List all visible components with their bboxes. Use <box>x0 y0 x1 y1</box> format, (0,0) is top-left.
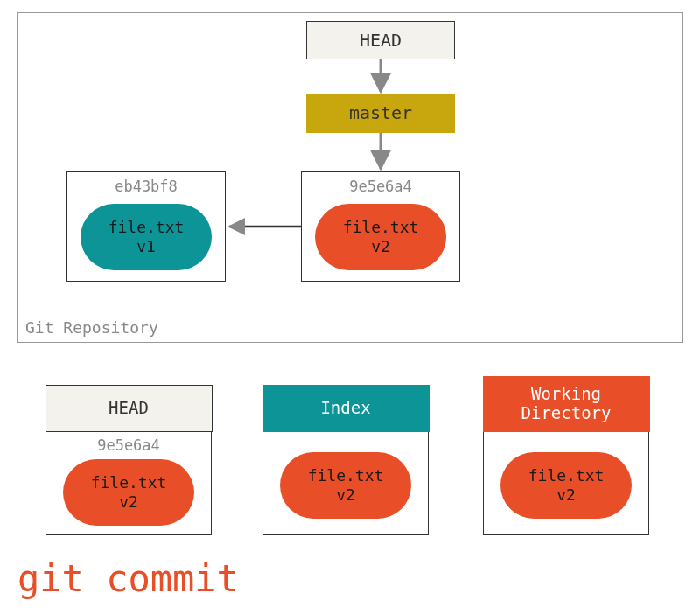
file-version: v2 <box>556 485 576 506</box>
file-version: v2 <box>119 492 138 513</box>
index-area-box: Index file.txt v2 <box>262 385 429 535</box>
git-command-label: git commit <box>18 557 239 600</box>
index-area-title: Index <box>262 385 430 432</box>
file-version: v2 <box>371 237 390 257</box>
wd-title-line1: Working <box>531 385 601 404</box>
git-repository-label: Git Repository <box>25 318 158 337</box>
file-name: file.txt <box>91 473 167 493</box>
file-name: file.txt <box>528 466 605 486</box>
index-area-title-text: Index <box>320 399 370 418</box>
head-ref-label: HEAD <box>360 30 402 51</box>
commit-box-9e5e6a4: 9e5e6a4 file.txt v2 <box>301 171 460 282</box>
file-pill: file.txt v2 <box>63 459 194 526</box>
file-pill: file.txt v2 <box>500 452 632 519</box>
file-pill: file.txt v2 <box>315 204 446 270</box>
head-area-title-text: HEAD <box>108 399 149 418</box>
file-name: file.txt <box>343 218 419 238</box>
wd-title-line2: Directory <box>522 404 612 423</box>
commit-hash: 9e5e6a4 <box>302 172 459 195</box>
file-name: file.txt <box>308 466 384 486</box>
file-version: v1 <box>136 237 156 257</box>
working-directory-area-title: Working Directory <box>483 376 650 432</box>
head-area-box: HEAD 9e5e6a4 file.txt v2 <box>46 385 212 535</box>
master-branch-box: master <box>306 94 455 133</box>
working-directory-area-box: Working Directory file.txt v2 <box>483 385 649 535</box>
master-branch-label: master <box>349 102 412 123</box>
file-pill: file.txt v2 <box>280 452 411 519</box>
file-pill: file.txt v1 <box>80 204 212 270</box>
file-name: file.txt <box>108 218 185 238</box>
commit-hash: eb43bf8 <box>67 172 225 195</box>
head-area-title: HEAD <box>46 385 213 432</box>
file-version: v2 <box>336 485 355 506</box>
head-ref-box: HEAD <box>306 21 455 59</box>
commit-box-eb43bf8: eb43bf8 file.txt v1 <box>66 171 226 282</box>
head-area-hash: 9e5e6a4 <box>46 436 211 454</box>
